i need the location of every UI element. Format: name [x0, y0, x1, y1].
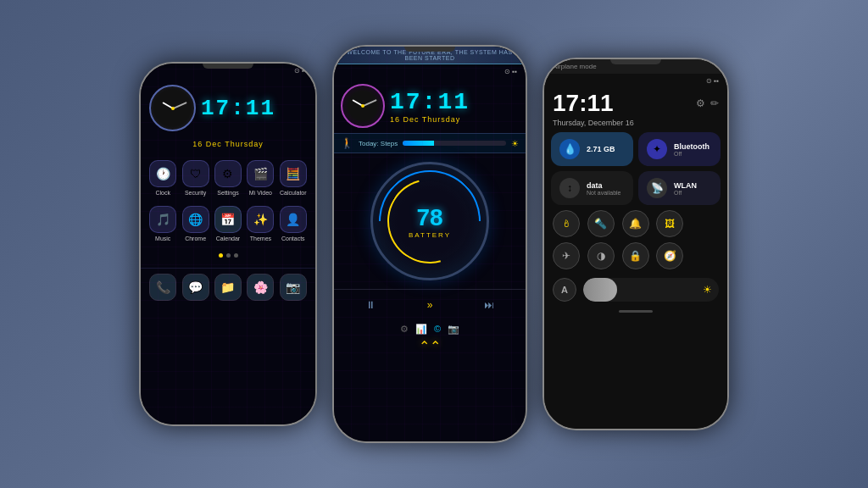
brightness-row: A ☀ [544, 274, 727, 305]
phone-left-screen: ⊙ ▪▪ 17:11 16 Dec Thursday 🕐 Clock 🛡 Sec… [141, 64, 315, 424]
min-hand-center [363, 99, 377, 107]
brightness-btn[interactable]: ◑ [587, 242, 615, 269]
status-bar-right: ⊙ ▪▪ [544, 74, 727, 88]
bell-btn[interactable]: 🔔 [622, 210, 649, 237]
settings-icon-right[interactable]: ⚙ [696, 97, 705, 109]
tile-wifi-sub: Off [674, 190, 712, 196]
hud-container: 78 BATTERY [334, 153, 526, 289]
empty-btn [691, 210, 718, 237]
clock-dot-center [361, 104, 364, 108]
tile-bt-sub: Off [674, 151, 712, 157]
control-buttons-row1: 🕯 🔦 🔔 🖼 [544, 210, 727, 242]
tile-data-sub: Not available [587, 190, 625, 196]
phone-center-screen: WELCOME TO THE FUTURE ERA, THE SYSTEM HA… [334, 47, 526, 441]
tile-water-info: 2.71 GB [587, 145, 625, 153]
tile-water-title: 2.71 GB [587, 145, 625, 153]
home-indicator [619, 310, 653, 313]
quick-tiles: 💧 2.71 GB ✦ Bluetooth Off ↕ data Not ava… [544, 132, 727, 210]
bluetooth-icon: ✦ [647, 139, 667, 159]
tile-bluetooth[interactable]: ✦ Bluetooth Off [638, 132, 721, 166]
edit-icon-right[interactable]: ✏ [710, 97, 719, 109]
tile-water[interactable]: 💧 2.71 GB [551, 132, 633, 166]
compass-btn[interactable]: 🧭 [656, 242, 683, 269]
wifi-icon: 📡 [647, 178, 667, 198]
auto-brightness-btn[interactable]: A [553, 278, 576, 302]
tile-bt-info: Bluetooth Off [674, 142, 712, 157]
phone-center: WELCOME TO THE FUTURE ERA, THE SYSTEM HA… [332, 45, 527, 443]
screen-btn[interactable]: 🖼 [656, 210, 683, 237]
analog-clock-left [149, 85, 196, 131]
hud-ring-2 [372, 164, 488, 280]
right-time-large: 17:11 [553, 90, 614, 117]
brightness-slider[interactable]: ☀ [583, 278, 719, 302]
tile-wifi-title: WLAN [674, 181, 712, 190]
tile-data[interactable]: ↕ data Not available [551, 171, 633, 205]
tile-data-title: data [587, 181, 625, 190]
airplane-btn[interactable]: ✈ [553, 242, 580, 269]
clock-dot-left [171, 107, 175, 110]
analog-clock-center [341, 84, 385, 128]
tile-wifi-info: WLAN Off [674, 181, 712, 196]
right-date: Thursday, December 16 [544, 119, 727, 132]
data-icon: ↕ [559, 178, 580, 198]
tile-wifi[interactable]: 📡 WLAN Off [638, 171, 721, 205]
empty-btn2 [691, 242, 718, 269]
phone-right-screen: Airplane mode ⊙ ▪▪ 17:11 ⚙ ✏ Thursday, D… [544, 59, 727, 429]
airplane-mode-bar: Airplane mode [544, 59, 727, 74]
brightness-sun-icon: ☀ [703, 284, 712, 296]
brightness-fill [583, 278, 617, 302]
water-icon: 💧 [559, 139, 580, 159]
tile-bt-title: Bluetooth [674, 142, 712, 151]
control-buttons-row2: ✈ ◑ 🔒 🧭 [544, 242, 727, 274]
time-icons-right: ⚙ ✏ [696, 97, 719, 109]
phone-right: Airplane mode ⊙ ▪▪ 17:11 ⚙ ✏ Thursday, D… [542, 58, 729, 430]
a-label: A [561, 285, 568, 295]
tile-data-info: data Not available [587, 181, 625, 196]
flashlight-btn[interactable]: 🕯 [553, 210, 580, 237]
min-hand-left [172, 101, 186, 108]
torch-btn[interactable]: 🔦 [587, 210, 615, 237]
battery-icon-right: ⊙ ▪▪ [706, 77, 719, 85]
phone-left: ⊙ ▪▪ 17:11 16 Dec Thursday 🕐 Clock 🛡 Sec… [139, 62, 317, 426]
hud-circle: 78 BATTERY [370, 162, 489, 280]
lock-btn[interactable]: 🔒 [622, 242, 649, 269]
time-row-right: 17:11 ⚙ ✏ [544, 88, 727, 119]
